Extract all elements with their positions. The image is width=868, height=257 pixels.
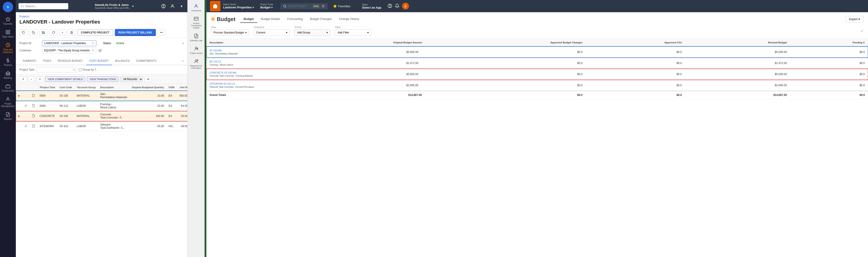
refresh-button[interactable] bbox=[49, 29, 57, 36]
user-chevron[interactable]: ▾ bbox=[178, 3, 185, 9]
sidebar-item-data-views[interactable]: Data Views bbox=[1, 28, 15, 40]
filter-button[interactable]: ⚙ bbox=[145, 77, 152, 82]
col-cost-code[interactable]: Cost Code bbox=[57, 84, 74, 91]
cancel-button[interactable]: ✕ bbox=[36, 77, 43, 82]
col-project-task[interactable]: *Project Task bbox=[37, 84, 57, 91]
cell-expand[interactable]: ▶ bbox=[16, 111, 22, 121]
sidebar-item-construction[interactable]: Construction bbox=[1, 82, 15, 94]
group-filter-select[interactable]: Add Group ▾ bbox=[294, 29, 331, 36]
budget-table-row[interactable]: 06-110.LA Framing– Wood.Labour $1,472.00… bbox=[206, 58, 868, 69]
settings-icon[interactable]: ⚙ bbox=[211, 17, 215, 22]
delete-button[interactable] bbox=[68, 29, 76, 36]
col-unit-rate[interactable]: Unit Rate bbox=[177, 84, 187, 91]
table-row[interactable]: 0000 06-110 LABOR Framing– Wood.Labour 2… bbox=[16, 101, 187, 111]
col-uom[interactable]: UOM bbox=[166, 84, 177, 91]
view-commitment-button[interactable]: VIEW COMMITMENT DETAILS bbox=[45, 77, 85, 82]
budget-table-row[interactable]: 02-100.MA Site– Remediation.Materials $5… bbox=[206, 47, 868, 58]
table-row[interactable]: ▶ CONCRETE 03-100 MATERIAL Concrete Task… bbox=[16, 111, 187, 121]
refresh-rows-button[interactable]: ↺ bbox=[20, 77, 26, 82]
b-row2-main-link[interactable]: 06-110.LA bbox=[210, 60, 221, 63]
project-id-field[interactable]: LANDOVER - Landover Properties bbox=[42, 40, 96, 46]
company-chevron[interactable]: ▾ bbox=[132, 4, 134, 8]
b-col-orig-budget[interactable]: Original Budget Amount bbox=[279, 39, 425, 47]
cell-expand[interactable]: ▶ bbox=[16, 91, 22, 101]
sidebar-item-reports[interactable]: Reports bbox=[1, 110, 15, 122]
right-sidebar-item-drawing-logs[interactable]: Drawing Logs bbox=[188, 32, 204, 44]
tab-cost-budget[interactable]: COST BUDGET bbox=[86, 57, 112, 65]
tabs-more-button[interactable]: » bbox=[182, 59, 184, 62]
addfilter-select[interactable]: Add Filter ▾ bbox=[335, 29, 371, 36]
b-col-description[interactable]: Description bbox=[206, 39, 279, 47]
budget-chevron[interactable]: ▾ bbox=[271, 6, 273, 9]
collapse-icon[interactable]: ▾ bbox=[182, 41, 184, 45]
edit-icon[interactable] bbox=[98, 49, 102, 52]
b-col-approved-changes[interactable]: Approved Budget Changes bbox=[425, 39, 585, 47]
complete-project-button[interactable]: COMPLETE PROJECT bbox=[78, 29, 113, 36]
col-account-group[interactable]: *Account Group bbox=[74, 84, 98, 91]
budget-tab-history[interactable]: Change History bbox=[336, 16, 363, 23]
budget-table-row[interactable]: SITEWORK.02-310.LA Sitework Task.Concret… bbox=[206, 80, 868, 91]
right-sidebar-item-project-issues[interactable]: Project Issues bbox=[188, 44, 204, 56]
tab-revenue-budget[interactable]: REVENUE BUDGET bbox=[55, 57, 86, 65]
cell-qty: 55.00 bbox=[129, 121, 166, 132]
customer-field[interactable]: EQUGRP - The Equity Group Investor bbox=[42, 48, 96, 53]
budget-tab-details[interactable]: Budget Details bbox=[257, 16, 284, 23]
search-input[interactable] bbox=[25, 4, 61, 8]
question-icon[interactable] bbox=[388, 4, 392, 9]
sidebar-item-finance[interactable]: Finance bbox=[1, 56, 15, 68]
user-icon[interactable] bbox=[169, 3, 176, 9]
budget-table-row[interactable]: CONCRETE.03-100.MA Concrete Task.Concret… bbox=[206, 69, 868, 80]
home-icon-button[interactable] bbox=[210, 1, 220, 11]
tab-summary[interactable]: SUMMARY bbox=[20, 57, 39, 65]
sidebar-item-project-mgmt[interactable]: Project Management bbox=[1, 95, 15, 109]
col-description[interactable]: Description bbox=[98, 84, 129, 91]
tab-balances[interactable]: BALANCES bbox=[112, 57, 133, 65]
run-billing-button[interactable]: RUN PROJECT BILLING bbox=[115, 29, 156, 36]
view-filter-select[interactable]: Procore Standard Budget ▾ bbox=[211, 29, 249, 36]
save-button[interactable] bbox=[39, 29, 48, 36]
select-app-label[interactable]: Select an App bbox=[362, 6, 381, 9]
export-button[interactable]: Export ▾ bbox=[846, 16, 864, 22]
add-row-button[interactable]: + bbox=[28, 77, 35, 82]
b-col-revised[interactable]: Revised Budget bbox=[685, 39, 790, 47]
right-sidebar-item-requests[interactable]: i Requests For Information bbox=[188, 57, 204, 71]
sidebar-item-time-expenses[interactable]: Time and Expenses bbox=[1, 41, 15, 55]
user-avatar[interactable]: E bbox=[402, 3, 409, 9]
breadcrumb[interactable]: Projects bbox=[20, 15, 184, 18]
add-button[interactable]: + bbox=[59, 29, 66, 36]
right-sidebar-item-transaction[interactable]: Project Transaction Details bbox=[188, 15, 204, 31]
group-by-checkbox-input[interactable] bbox=[79, 68, 82, 71]
tab-tasks[interactable]: TASKS bbox=[39, 57, 55, 65]
b-row1-main-link[interactable]: 02-100.MA bbox=[210, 49, 222, 52]
search-bar[interactable] bbox=[19, 3, 68, 9]
records-select[interactable]: All Records bbox=[120, 76, 143, 82]
sidebar-item-banking[interactable]: Banking bbox=[1, 69, 15, 81]
b-col-approved-cos[interactable]: Approved COs bbox=[586, 39, 685, 47]
expand-table-icon[interactable]: ⤢ bbox=[861, 29, 864, 33]
copy-button[interactable] bbox=[29, 29, 37, 36]
b-col-pending[interactable]: Pending C bbox=[790, 39, 868, 47]
landover-chevron[interactable]: ▾ bbox=[252, 6, 254, 9]
b-row3-main-link[interactable]: CONCRETE.03-100.MA bbox=[210, 71, 237, 74]
budget-tab-forecasting[interactable]: Forecasting bbox=[284, 16, 306, 23]
tab-commitments[interactable]: COMMITMENTS bbox=[133, 57, 160, 65]
favorites-button[interactable]: Favorites bbox=[333, 4, 350, 8]
help-icon[interactable] bbox=[160, 3, 166, 9]
undo-button[interactable] bbox=[20, 29, 28, 36]
table-row[interactable]: ▶ 0000 02-100 MATERIAL Site– Remediation… bbox=[16, 91, 187, 101]
table-row[interactable]: SITEWORK 02-310 LABOR Sitework Task.Eart… bbox=[16, 121, 187, 132]
budget-tab-budget[interactable]: Budget bbox=[240, 16, 257, 23]
right-search-bar[interactable]: Cmd K bbox=[281, 3, 328, 9]
budget-tab-changes[interactable]: Budget Changes bbox=[306, 16, 336, 23]
bell-icon[interactable] bbox=[395, 4, 399, 9]
col-orig-qty[interactable]: Original Budgeted Quantity bbox=[129, 84, 166, 91]
snapshot-filter-select[interactable]: Current ▾ bbox=[254, 29, 290, 36]
right-search-input[interactable] bbox=[288, 4, 311, 8]
b-row4-main-link[interactable]: SITEWORK.02-310.LA bbox=[210, 82, 235, 85]
view-transactions-button[interactable]: VIEW TRANSACTIONS bbox=[87, 77, 119, 82]
more-button[interactable]: ••• bbox=[158, 29, 165, 36]
sidebar-item-favorites[interactable]: Favorites bbox=[1, 15, 15, 27]
group-by-checkbox[interactable]: Group by T... bbox=[79, 68, 98, 71]
project-task-input[interactable] bbox=[36, 67, 77, 73]
right-sidebar-item-customers[interactable]: Customers bbox=[188, 2, 204, 13]
